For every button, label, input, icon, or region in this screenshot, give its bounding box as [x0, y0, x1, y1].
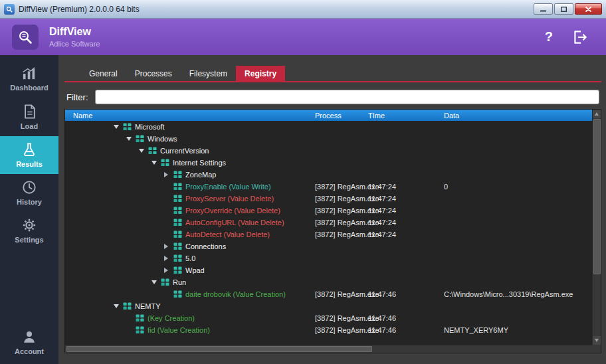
close-button[interactable] [575, 3, 602, 15]
magnifier-icon [17, 29, 33, 45]
vertical-scrollbar[interactable] [592, 110, 601, 345]
table-row[interactable]: NEMTY [65, 300, 592, 312]
time-cell: 11:47:46 [367, 326, 441, 334]
tree-node-label: Run [173, 278, 186, 286]
table-row[interactable]: Run [65, 276, 592, 288]
expander-down-icon[interactable] [152, 161, 161, 165]
process-cell: [3872] RegAsm.exe [310, 195, 367, 203]
tree-indent [65, 282, 152, 283]
table-row[interactable]: fid (Value Creation)[3872] RegAsm.exe11:… [65, 324, 592, 336]
person-icon [22, 329, 37, 344]
column-header-name[interactable]: Name [65, 112, 310, 120]
main-content: GeneralProcessesFilesystemRegistry Filte… [58, 55, 606, 364]
data-cell: C:\Windows\Micro...30319\RegAsm.exe [441, 290, 592, 298]
tree-name-cell: Connections [65, 240, 310, 252]
time-cell: 11:47:46 [367, 290, 441, 298]
time-cell: 11:47:24 [367, 195, 441, 203]
sidebar-item-dashboard[interactable]: Dashboard [0, 60, 58, 98]
table-row[interactable]: 5.0 [65, 252, 592, 264]
registry-key-icon [136, 326, 144, 334]
time-cell: 11:47:24 [367, 207, 441, 215]
table-row[interactable]: Windows [65, 133, 592, 145]
tree-indent [65, 187, 164, 187]
expander-right-icon[interactable] [164, 172, 173, 177]
filter-input[interactable] [95, 90, 600, 104]
tree-node-label: Windows [148, 135, 177, 143]
table-row[interactable]: Internet Settings [65, 157, 592, 169]
maximize-button[interactable] [554, 3, 573, 15]
registry-key-icon [123, 302, 132, 310]
column-header-time[interactable]: TIme [367, 112, 441, 120]
tree-indent [65, 258, 164, 259]
tree-name-cell: Run [65, 276, 310, 288]
registry-key-icon [161, 278, 169, 286]
sidebar-item-account[interactable]: Account [0, 323, 58, 361]
expander-down-icon[interactable] [114, 304, 123, 308]
minimize-button[interactable] [534, 3, 553, 15]
table-row[interactable]: Connections [65, 240, 592, 252]
expander-down-icon[interactable] [114, 125, 123, 129]
tab-filesystem[interactable]: Filesystem [181, 66, 236, 81]
help-button[interactable]: ? [545, 29, 553, 45]
time-cell: 11:47:24 [367, 230, 441, 238]
tree-indent [65, 306, 114, 307]
table-row[interactable]: ProxyEnable (Value Write)[3872] RegAsm.e… [65, 181, 592, 193]
tree-name-cell: Internet Settings [65, 157, 310, 169]
table-row[interactable]: CurrentVersion [65, 145, 592, 157]
table-row[interactable]: ProxyOverride (Value Delete)[3872] RegAs… [65, 205, 592, 217]
table-row[interactable]: Microsoft [65, 121, 592, 133]
sidebar-item-label: Dashboard [10, 84, 48, 92]
table-row[interactable]: Wpad [65, 264, 592, 276]
tab-processes[interactable]: Processes [126, 66, 181, 81]
filter-row: Filter: [66, 89, 599, 105]
horizontal-scrollbar[interactable] [65, 345, 592, 353]
filter-label: Filter: [66, 92, 88, 102]
tree-indent [65, 270, 164, 271]
tree-name-cell: CurrentVersion [65, 145, 310, 157]
window-title: DiffView (Premium) 2.0.0.0 64 bits [19, 5, 534, 14]
sidebar-item-results[interactable]: Results [0, 136, 58, 174]
registry-key-icon [173, 290, 182, 298]
expander-right-icon[interactable] [164, 244, 173, 249]
tab-general[interactable]: General [80, 66, 126, 81]
process-cell: [3872] RegAsm.exe [310, 314, 367, 322]
expander-right-icon[interactable] [164, 268, 173, 273]
scroll-up-button[interactable] [593, 110, 601, 118]
expander-down-icon[interactable] [139, 149, 148, 153]
table-row[interactable]: daite drobovik (Value Creation)[3872] Re… [65, 288, 592, 300]
tree-node-label: fid (Value Creation) [148, 326, 210, 334]
close-icon [585, 7, 591, 12]
horizontal-scroll-thumb[interactable] [66, 346, 372, 352]
table-row[interactable]: ProxyServer (Value Delete)[3872] RegAsm.… [65, 193, 592, 205]
maximize-icon [561, 7, 567, 12]
process-cell: [3872] RegAsm.exe [310, 230, 367, 238]
tab-registry[interactable]: Registry [236, 66, 285, 81]
minimize-icon [540, 7, 546, 12]
expander-down-icon[interactable] [152, 280, 161, 284]
sidebar-bottom: Account [0, 323, 58, 361]
vertical-scroll-thumb[interactable] [593, 119, 601, 274]
time-cell: 11:47:46 [367, 314, 441, 322]
tree-node-label: daite drobovik (Value Creation) [185, 290, 286, 298]
registry-table: Name Process TIme Data MicrosoftWindowsC… [64, 109, 601, 353]
titlebar[interactable]: DiffView (Premium) 2.0.0.0 64 bits [0, 0, 606, 19]
sidebar-item-history[interactable]: History [0, 174, 58, 212]
table-row[interactable]: AutoDetect (Value Delete)[3872] RegAsm.e… [65, 228, 592, 240]
tree-node-label: ZoneMap [185, 171, 216, 179]
sidebar-item-settings[interactable]: Settings [0, 212, 58, 250]
expander-down-icon[interactable] [126, 137, 136, 141]
registry-key-icon [173, 183, 182, 191]
tree-indent [65, 294, 164, 295]
scroll-down-button[interactable] [593, 336, 601, 345]
column-header-process[interactable]: Process [310, 112, 367, 120]
sidebar-item-load[interactable]: Load [0, 98, 58, 136]
table-row[interactable]: ZoneMap [65, 169, 592, 181]
column-header-data[interactable]: Data [441, 112, 592, 120]
tree-indent [65, 234, 164, 235]
exit-button[interactable] [571, 29, 589, 46]
expander-right-icon[interactable] [164, 256, 173, 261]
table-row[interactable]: AutoConfigURL (Value Delete)[3872] RegAs… [65, 217, 592, 228]
tree-node-label: AutoConfigURL (Value Delete) [185, 219, 284, 227]
table-row[interactable]: (Key Creation)[3872] RegAsm.exe11:47:46 [65, 312, 592, 324]
process-cell: [3872] RegAsm.exe [310, 290, 367, 298]
